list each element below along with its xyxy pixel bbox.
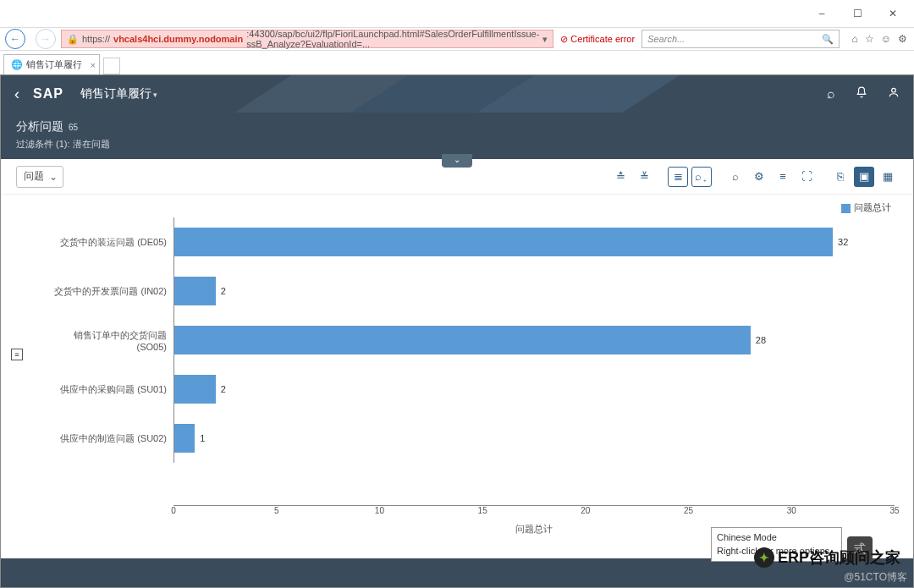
ime-mode: Chinese Mode (717, 531, 836, 544)
cert-error-icon: ⊘ (560, 34, 568, 45)
chart-bar[interactable] (174, 277, 216, 305)
bar-area: 28 (173, 316, 895, 365)
browser-tab[interactable]: 🌐 销售订单履行 × (3, 54, 100, 74)
x-axis: 05101520253035 (173, 505, 895, 518)
chart-bar-row: 供应中的采购问题 (SU01)2 (47, 365, 895, 414)
y-axis-category: 供应中的采购问题 (SU01) (47, 383, 173, 396)
certificate-error[interactable]: ⊘ Certificate error (560, 34, 635, 45)
page-title: 分析问题 (16, 119, 63, 135)
chart-bar-row: 销售订单中的交货问题 (SO05)28 (47, 316, 895, 365)
new-tab-button[interactable] (103, 58, 120, 74)
collapse-all-icon[interactable]: ≛ (610, 167, 630, 187)
x-tick: 30 (787, 506, 796, 515)
chart-container: 问题总计 ≡ 交货中的装运问题 (DE05)32交货中的开发票问题 (IN02)… (1, 195, 913, 542)
bar-area: 2 (173, 365, 895, 414)
browser-tabs: 🌐 销售订单履行 × (0, 51, 914, 74)
bar-value-label: 2 (221, 286, 226, 296)
shell-back-button[interactable]: ‹ (14, 85, 19, 103)
nav-forward-button[interactable]: → (36, 29, 56, 49)
browser-toolbar: ← → 🔒 https://vhcals4hci.dummy.nodomain:… (0, 27, 914, 51)
window-titlebar: – ☐ ✕ (0, 0, 914, 27)
zoom-in-icon[interactable]: ⌕₊ (691, 167, 712, 187)
fullscreen-icon[interactable]: ⛶ (796, 167, 817, 187)
search-go-icon[interactable]: 🔍 (822, 34, 834, 45)
chart-bar[interactable] (174, 326, 751, 354)
chart-plot[interactable]: ≡ 交货中的装运问题 (DE05)32交货中的开发票问题 (IN02)2销售订单… (47, 217, 895, 505)
window-maximize-button[interactable]: ☐ (840, 2, 875, 25)
x-tick: 35 (889, 506, 899, 515)
x-tick: 20 (581, 506, 590, 515)
address-bar[interactable]: 🔒 https://vhcals4hci.dummy.nodomain:4430… (61, 30, 553, 48)
bar-area: 32 (173, 217, 895, 267)
watermark-site: @51CTO博客 (844, 570, 907, 585)
fiori-app: ‹ SAP 销售订单履行 ⌕ 分析问题 65 过滤条件 (1): 潜在问题 ⌄ … (0, 74, 914, 588)
tab-favicon: 🌐 (11, 59, 23, 70)
watermark-brand: ✦ ERP咨询顾问之家 (754, 547, 900, 568)
page-header: 分析问题 65 过滤条件 (1): 潜在问题 ⌄ (1, 113, 913, 159)
y-axis-category: 供应中的制造问题 (SU02) (47, 432, 173, 445)
header-expand-button[interactable]: ⌄ (442, 154, 472, 168)
y-axis-category: 交货中的装运问题 (DE05) (47, 236, 173, 249)
chart-bar-row: 供应中的制造问题 (SU02)1 (47, 414, 895, 463)
list-icon[interactable]: ≣ (668, 167, 688, 187)
url-scheme: https:// (82, 34, 110, 44)
expand-all-icon[interactable]: ≚ (634, 167, 654, 187)
tab-close-icon[interactable]: × (91, 60, 96, 70)
tools-icon[interactable]: ⚙ (898, 33, 907, 45)
shell-app-title[interactable]: 销售订单履行 (80, 86, 158, 102)
filter-summary: 过滤条件 (1): 潜在问题 (16, 138, 898, 151)
y-axis-category: 交货中的开发票问题 (IN02) (47, 285, 173, 298)
x-tick: 5 (274, 506, 279, 515)
home-icon[interactable]: ⌂ (851, 33, 857, 45)
lock-icon: 🔒 (67, 34, 79, 45)
wechat-icon: ✦ (754, 547, 774, 568)
shell-search-icon[interactable]: ⌕ (827, 86, 835, 102)
chart-bar-row: 交货中的装运问题 (DE05)32 (47, 217, 895, 267)
chart-view-icon[interactable]: ▣ (854, 167, 874, 187)
svg-point-0 (892, 88, 896, 92)
x-tick: 25 (684, 506, 693, 515)
legend-swatch (841, 204, 851, 213)
url-host: vhcals4hci.dummy.nodomain (113, 34, 243, 44)
shell-notifications-icon[interactable] (856, 86, 867, 102)
tab-title: 销售订单履行 (26, 58, 82, 71)
bar-value-label: 1 (200, 433, 205, 443)
favorite-icon[interactable]: ☆ (865, 33, 874, 45)
legend-label: 问题总计 (854, 202, 891, 212)
x-tick: 0 (171, 506, 176, 515)
url-path: :44300/sap/bc/ui2/flp/FioriLaunchpad.htm… (246, 29, 539, 49)
bar-value-label: 2 (221, 384, 226, 394)
zoom-out-icon[interactable]: ⌕ (725, 167, 746, 187)
bar-value-label: 32 (838, 237, 848, 247)
table-view-icon[interactable]: ▦ (878, 167, 898, 187)
chart-legend: 问题总计 (47, 201, 895, 217)
y-axis-category: 销售订单中的交货问题 (SO05) (47, 329, 173, 352)
sap-logo: SAP (33, 86, 63, 102)
chart-bar-row: 交货中的开发票问题 (IN02)2 (47, 267, 895, 316)
settings-icon[interactable]: ⚙ (749, 167, 769, 187)
chart-bar[interactable] (174, 424, 195, 453)
shell-header: ‹ SAP 销售订单履行 ⌕ (1, 75, 913, 113)
legend-icon[interactable]: ≡ (773, 167, 793, 187)
x-tick: 10 (375, 506, 384, 515)
bar-area: 1 (173, 414, 895, 463)
chart-bar[interactable] (174, 228, 833, 256)
page-count: 65 (69, 123, 78, 132)
copy-icon[interactable]: ⎘ (830, 167, 851, 187)
dimension-select[interactable]: 问题 (16, 166, 63, 188)
bar-value-label: 28 (756, 335, 766, 345)
x-tick: 15 (478, 506, 487, 515)
bar-area: 2 (173, 267, 895, 316)
browser-actions: ⌂ ☆ ☺ ⚙ (845, 33, 914, 45)
chart-bar[interactable] (174, 375, 216, 404)
browser-search-input[interactable]: Search... 🔍 (641, 30, 840, 48)
dropdown-icon[interactable]: ▾ (542, 34, 548, 45)
nav-back-button[interactable]: ← (5, 29, 25, 49)
window-minimize-button[interactable]: – (804, 2, 840, 25)
feedback-icon[interactable]: ☺ (881, 33, 891, 45)
window-close-button[interactable]: ✕ (875, 2, 911, 25)
axis-menu-icon[interactable]: ≡ (11, 349, 23, 360)
shell-user-icon[interactable] (888, 86, 900, 102)
